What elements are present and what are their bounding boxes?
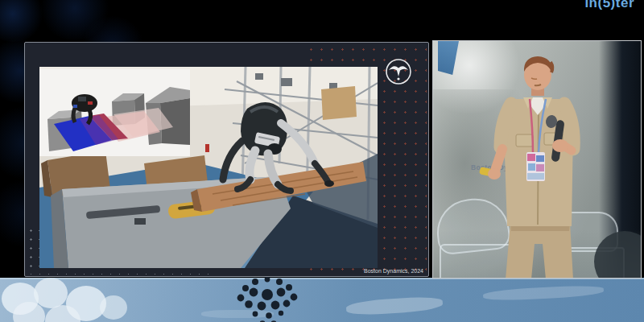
presenter-video: Boston Dynamics (432, 40, 642, 279)
livestream-frame: in(5)ter (0, 0, 644, 322)
robot-video (39, 67, 378, 268)
coast-patch (346, 295, 444, 316)
cloud-circle (100, 295, 127, 320)
bird-in-circle-icon (385, 58, 412, 85)
slide-panel: Boston Dynamics, 2024 (24, 42, 429, 277)
dot-sphere-motif (235, 275, 303, 322)
simulation-inset (39, 69, 190, 156)
cloud-circle (34, 278, 68, 308)
conference-brand-logo: in(5)ter (584, 0, 634, 11)
coast-patch (483, 284, 605, 302)
presenter (433, 41, 642, 279)
slide-caption: Boston Dynamics, 2024 (364, 268, 423, 274)
aerial-backdrop (0, 278, 644, 322)
simulation-scene (39, 69, 190, 156)
